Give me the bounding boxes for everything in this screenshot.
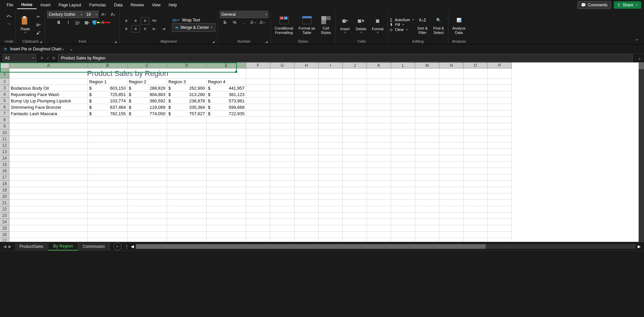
hscroll-right[interactable]: ▶ bbox=[638, 244, 641, 249]
cell-empty[interactable] bbox=[88, 130, 127, 136]
number-launcher[interactable]: ◢ bbox=[265, 40, 268, 43]
value-cell-4-1[interactable]: $774,050 bbox=[127, 110, 167, 117]
cell-empty[interactable] bbox=[464, 104, 488, 110]
cell-empty[interactable] bbox=[9, 232, 88, 238]
cell-empty[interactable] bbox=[246, 130, 270, 136]
copy-button[interactable]: ⧉▾ bbox=[34, 21, 43, 29]
cell-empty[interactable] bbox=[367, 168, 391, 174]
cell-empty[interactable] bbox=[270, 79, 294, 85]
cell-empty[interactable] bbox=[270, 206, 294, 213]
fill-button[interactable]: ⬇ Fill ▾ bbox=[390, 22, 414, 27]
cell-empty[interactable] bbox=[319, 91, 343, 98]
cell-empty[interactable] bbox=[343, 174, 367, 181]
row-header-18[interactable]: 18 bbox=[0, 181, 9, 187]
cell-empty[interactable] bbox=[391, 200, 415, 206]
cell-empty[interactable] bbox=[207, 232, 246, 238]
cell-empty[interactable] bbox=[270, 155, 294, 162]
menu-file[interactable]: File bbox=[3, 1, 17, 9]
cell-empty[interactable] bbox=[270, 174, 294, 181]
cell-empty[interactable] bbox=[439, 187, 464, 193]
cell-empty[interactable] bbox=[391, 117, 415, 123]
menu-page-layout[interactable]: Page Layout bbox=[55, 1, 85, 9]
cell-empty[interactable] bbox=[488, 130, 512, 136]
cell-empty[interactable] bbox=[391, 136, 415, 142]
cell-empty[interactable] bbox=[439, 79, 464, 85]
cell-empty[interactable] bbox=[246, 193, 270, 200]
cell-empty[interactable] bbox=[488, 69, 512, 79]
value-cell-3-3[interactable]: $599,668 bbox=[207, 104, 246, 110]
decrease-indent-button[interactable]: ⇤ bbox=[150, 25, 159, 33]
value-cell-2-2[interactable]: $236,878 bbox=[167, 98, 207, 104]
cell-empty[interactable] bbox=[246, 117, 270, 123]
cell-empty[interactable] bbox=[246, 85, 270, 91]
cell-empty[interactable] bbox=[464, 181, 488, 187]
increase-indent-button[interactable]: ⇥ bbox=[159, 25, 168, 33]
cell-empty[interactable] bbox=[343, 187, 367, 193]
row-header-1[interactable]: 1 bbox=[0, 69, 9, 79]
cell-empty[interactable] bbox=[127, 136, 167, 142]
menu-data[interactable]: Data bbox=[110, 1, 126, 9]
analyze-data-button[interactable]: 📊Analyze Data bbox=[450, 14, 468, 35]
cell-empty[interactable] bbox=[127, 174, 167, 181]
cell-empty[interactable] bbox=[319, 117, 343, 123]
value-cell-4-3[interactable]: $722,935 bbox=[207, 110, 246, 117]
value-cell-2-0[interactable]: $103,774 bbox=[88, 98, 127, 104]
product-cell-3[interactable]: Shimmering Face Bronzer bbox=[9, 104, 88, 110]
cell-empty[interactable] bbox=[88, 149, 127, 155]
col-header-M[interactable]: M bbox=[415, 62, 439, 69]
cell-empty[interactable] bbox=[391, 130, 415, 136]
increase-font-button[interactable]: A↑ bbox=[99, 11, 108, 18]
cell-empty[interactable] bbox=[127, 193, 167, 200]
cell-empty[interactable] bbox=[9, 187, 88, 193]
region-header-3[interactable]: Region 3 bbox=[167, 79, 207, 85]
cell-empty[interactable] bbox=[415, 149, 439, 155]
cell-empty[interactable] bbox=[367, 155, 391, 162]
cell-empty[interactable] bbox=[464, 110, 488, 117]
cell-empty[interactable] bbox=[127, 149, 167, 155]
cell-empty[interactable] bbox=[270, 187, 294, 193]
cell-empty[interactable] bbox=[246, 110, 270, 117]
cell-empty[interactable] bbox=[464, 219, 488, 225]
align-bottom-button[interactable]: ≡ bbox=[141, 17, 149, 25]
number-format-combo[interactable]: General▾ bbox=[220, 11, 268, 18]
product-cell-1[interactable]: Rejuvenating Face Wash bbox=[9, 91, 88, 98]
product-cell-0[interactable]: Bodacious Body Oil bbox=[9, 85, 88, 91]
cell-empty[interactable] bbox=[294, 225, 319, 232]
cell-empty[interactable] bbox=[488, 85, 512, 91]
cell-empty[interactable] bbox=[367, 200, 391, 206]
cell-empty[interactable] bbox=[367, 85, 391, 91]
row-header-4[interactable]: 4 bbox=[0, 91, 9, 98]
row-header-7[interactable]: 7 bbox=[0, 110, 9, 117]
cell-empty[interactable] bbox=[319, 168, 343, 174]
cell-empty[interactable] bbox=[167, 123, 207, 130]
hscroll-left[interactable]: ◀ bbox=[131, 244, 134, 249]
value-cell-1-3[interactable]: $381,123 bbox=[207, 91, 246, 98]
cell-empty[interactable] bbox=[88, 155, 127, 162]
insert-pie-chart-button[interactable]: Insert Pie or Doughnut Chart ▾ bbox=[10, 47, 64, 51]
align-center-button[interactable]: ≡ bbox=[131, 25, 140, 33]
cell-empty[interactable] bbox=[464, 213, 488, 219]
cell-empty[interactable] bbox=[464, 238, 488, 242]
cell-empty[interactable] bbox=[439, 149, 464, 155]
cell-empty[interactable] bbox=[294, 219, 319, 225]
row-header-25[interactable]: 25 bbox=[0, 225, 9, 232]
cell-empty[interactable] bbox=[391, 149, 415, 155]
row-header-8[interactable]: 8 bbox=[0, 117, 9, 123]
cell-empty[interactable] bbox=[391, 110, 415, 117]
cell-empty[interactable] bbox=[439, 162, 464, 168]
cell-empty[interactable] bbox=[167, 142, 207, 149]
cell-empty[interactable] bbox=[343, 142, 367, 149]
col-header-P[interactable]: P bbox=[488, 62, 512, 69]
cell-empty[interactable] bbox=[207, 238, 246, 242]
delete-cells-button[interactable]: ▦✕Delete▾ bbox=[354, 15, 369, 35]
cell-empty[interactable] bbox=[415, 219, 439, 225]
cell-empty[interactable] bbox=[207, 219, 246, 225]
cell-empty[interactable] bbox=[294, 123, 319, 130]
cell-empty[interactable] bbox=[488, 174, 512, 181]
cell-empty[interactable] bbox=[415, 187, 439, 193]
cell-empty[interactable] bbox=[88, 174, 127, 181]
percent-button[interactable]: % bbox=[230, 19, 239, 26]
col-header-C[interactable]: C bbox=[127, 62, 167, 69]
cell-empty[interactable] bbox=[464, 232, 488, 238]
cell-empty[interactable] bbox=[464, 187, 488, 193]
